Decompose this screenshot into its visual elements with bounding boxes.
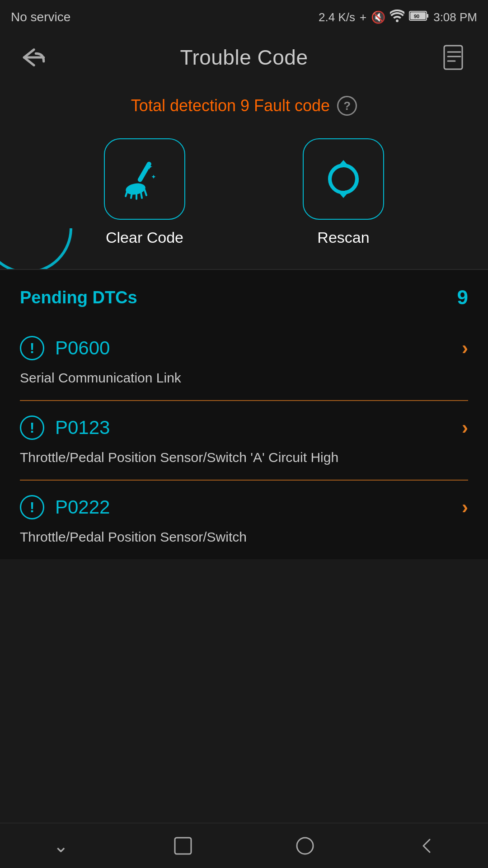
status-right: 2.4 K/s + 🔇 90 3:08 PM	[319, 9, 477, 25]
chevron-right-icon: ›	[462, 337, 468, 359]
svg-line-11	[131, 193, 132, 198]
rescan-label: Rescan	[317, 229, 369, 246]
nav-circle-icon	[295, 836, 315, 856]
svg-text:✦: ✦	[145, 162, 153, 172]
report-button[interactable]	[438, 42, 470, 73]
nav-circle-button[interactable]	[287, 828, 323, 864]
svg-rect-1	[427, 14, 428, 18]
clear-code-label: Clear Code	[106, 229, 183, 246]
bluetooth-icon: +	[360, 10, 366, 24]
speed-indicator: 2.4 K/s	[319, 10, 355, 24]
nav-down-icon: ⌄	[53, 835, 69, 856]
action-buttons: ✦ ✦ Clear Code	[18, 138, 470, 246]
wifi-icon	[390, 9, 404, 25]
dtc-header: Pending DTCs 9	[0, 270, 488, 321]
warning-icon: !	[20, 336, 44, 360]
clear-code-button[interactable]: ✦ ✦ Clear Code	[104, 138, 185, 246]
svg-rect-4	[444, 46, 462, 69]
nav-back-button[interactable]	[409, 828, 445, 864]
page-header: Trouble Code	[0, 33, 488, 82]
svg-line-14	[145, 190, 146, 195]
dtc-code: P0600	[55, 337, 110, 359]
nav-down-button[interactable]: ⌄	[43, 828, 79, 864]
rescan-button[interactable]: Rescan	[303, 138, 384, 246]
dtc-item[interactable]: ! P0600 › Serial Communication Link	[0, 321, 488, 400]
nav-square-icon	[173, 836, 193, 856]
dtc-description: Throttle/Pedal Position Sensor/Switch	[20, 528, 468, 547]
dtc-code: P0222	[55, 496, 110, 518]
battery-icon: 90	[409, 10, 429, 25]
svg-text:✦: ✦	[151, 173, 156, 180]
svg-text:90: 90	[414, 14, 419, 19]
nav-back-icon	[417, 836, 437, 856]
svg-line-13	[141, 193, 142, 198]
dtc-description: Throttle/Pedal Position Sensor/Switch 'A…	[20, 448, 468, 467]
chevron-right-icon: ›	[462, 496, 468, 518]
clear-code-icon-box: ✦ ✦	[104, 138, 185, 220]
chevron-right-icon: ›	[462, 417, 468, 439]
warning-icon: !	[20, 495, 44, 519]
dtc-section: Pending DTCs 9 ! P0600 › Serial Communic…	[0, 270, 488, 559]
page-title: Trouble Code	[180, 45, 308, 70]
dtc-item[interactable]: ! P0222 › Throttle/Pedal Position Sensor…	[0, 481, 488, 559]
dtc-section-title: Pending DTCs	[20, 288, 137, 307]
time-display: 3:08 PM	[433, 10, 477, 24]
dtc-description: Serial Communication Link	[20, 368, 468, 387]
mute-icon: 🔇	[371, 10, 385, 24]
no-service-label: No service	[11, 10, 70, 24]
svg-rect-19	[175, 838, 191, 854]
dtc-section-count: 9	[457, 286, 468, 309]
dtc-item[interactable]: ! P0123 › Throttle/Pedal Position Sensor…	[0, 401, 488, 480]
svg-point-20	[297, 838, 313, 854]
nav-square-button[interactable]	[165, 828, 201, 864]
svg-line-10	[126, 191, 127, 196]
fault-text: Total detection 9 Fault code	[131, 96, 330, 115]
rescan-icon-box	[303, 138, 384, 220]
fault-summary: Total detection 9 Fault code ?	[18, 96, 470, 116]
top-section: Total detection 9 Fault code ?	[0, 82, 488, 269]
help-icon[interactable]: ?	[337, 96, 357, 116]
svg-marker-18	[338, 192, 349, 198]
warning-icon: !	[20, 415, 44, 440]
bottom-navigation: ⌄	[0, 823, 488, 868]
status-bar: No service 2.4 K/s + 🔇 90 3:08 PM	[0, 0, 488, 33]
dtc-code: P0123	[55, 417, 110, 439]
back-button[interactable]	[18, 42, 50, 73]
